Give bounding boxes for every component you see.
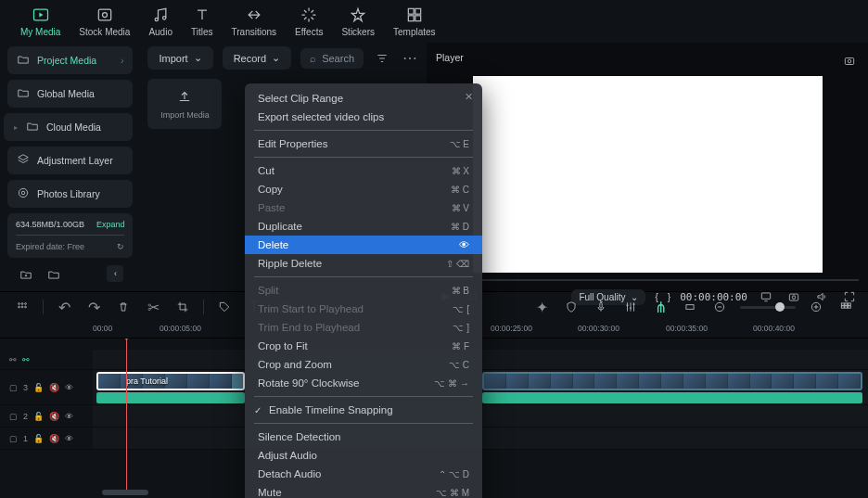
record-dropdown[interactable]: Record ⌄	[223, 46, 291, 70]
lock-icon[interactable]: 🔓	[33, 434, 44, 443]
import-media-tile[interactable]: Import Media	[147, 79, 222, 129]
search-input[interactable]: ⌕ Search	[300, 48, 364, 69]
menu-item-edit-properties[interactable]: Edit Properties⌥ E	[245, 134, 482, 153]
refresh-icon[interactable]: ↻	[117, 242, 124, 251]
text-icon	[193, 6, 211, 24]
split-icon[interactable]: ✂	[144, 298, 162, 316]
mute-icon[interactable]: 🔇	[49, 412, 59, 421]
playhead[interactable]	[126, 338, 127, 490]
tree-cloud-media[interactable]: ▸ Cloud Media	[4, 113, 133, 141]
menu-shortcut: ⌥ E	[450, 139, 469, 149]
link-icon[interactable]: ⚯	[9, 355, 17, 364]
chevron-down-icon: ⌄	[194, 52, 202, 64]
menu-shortcut: ⌥ ]	[453, 323, 469, 333]
tab-my-media[interactable]: My Media	[11, 6, 70, 37]
menu-item-label: Mute	[258, 487, 282, 498]
shield-icon[interactable]	[562, 298, 581, 316]
menu-item-mute[interactable]: Mute⌥ ⌘ M	[245, 483, 482, 498]
ruler-tick: 00:00:05:00	[160, 324, 201, 333]
menu-item-delete[interactable]: Delete👁	[245, 236, 482, 254]
tab-audio[interactable]: Audio	[139, 6, 182, 37]
tab-stock-media[interactable]: Stock Media	[70, 6, 139, 37]
menu-item-select-clip-range[interactable]: Select Clip Range	[245, 89, 482, 108]
eye-icon[interactable]: 👁	[65, 412, 73, 421]
more-icon[interactable]: ⋯	[401, 49, 419, 68]
marker-icon[interactable]: ✦	[532, 298, 551, 316]
player-panel: Player Full Quality ⌄ { } 00:00:00:00	[427, 43, 868, 291]
filter-icon[interactable]	[373, 49, 391, 68]
magnet-icon[interactable]: ⋔	[651, 298, 670, 316]
eye-icon[interactable]: 👁	[65, 434, 73, 443]
menu-item-export-selected-video-clips[interactable]: Export selected video clips	[245, 108, 482, 126]
tree-photos-library[interactable]: Photos Library	[7, 180, 133, 208]
mute-active-icon[interactable]: 🔇	[49, 434, 59, 443]
menu-item-duplicate[interactable]: Duplicate⌘ D	[245, 217, 482, 236]
delete-icon[interactable]	[114, 298, 133, 316]
lock-icon[interactable]: 🔓	[33, 412, 44, 421]
audio-clip-2[interactable]	[482, 392, 862, 403]
menu-item-silence-detection[interactable]: Silence Detection	[245, 428, 482, 446]
check-icon: ✓	[254, 405, 265, 415]
video-clip[interactable]: pra Tutorial	[96, 372, 245, 390]
linked-icon[interactable]: ⚯	[22, 355, 30, 364]
svg-point-20	[19, 306, 20, 308]
tree-label: Project Media	[37, 55, 96, 66]
ruler-tick: 00:00	[93, 324, 112, 333]
tree-project-media[interactable]: Project Media ›	[7, 46, 133, 74]
menu-item-crop-to-fit[interactable]: Crop to Fit⌘ F	[245, 337, 482, 355]
options-icon[interactable]	[13, 298, 32, 316]
undo-icon[interactable]: ↶	[55, 298, 73, 316]
tab-templates[interactable]: Templates	[384, 6, 445, 37]
svg-point-2	[102, 13, 107, 18]
new-bin-icon[interactable]	[45, 265, 63, 284]
tab-stickers[interactable]: Stickers	[332, 6, 384, 37]
close-menu-button[interactable]: ✕	[465, 91, 473, 103]
snapshot-settings-icon[interactable]	[840, 52, 859, 70]
toggle-icon[interactable]: ▢	[9, 383, 18, 392]
tree-global-media[interactable]: Global Media	[7, 80, 133, 108]
tree-adjustment-layer[interactable]: Adjustment Layer	[7, 147, 133, 174]
import-dropdown[interactable]: Import ⌄	[147, 46, 212, 70]
menu-item-rotate-90-clockwise[interactable]: Rotate 90° Clockwise⌥ ⌘ →	[245, 374, 482, 392]
mixer-icon[interactable]	[621, 298, 640, 316]
zoom-in-icon[interactable]	[807, 298, 825, 316]
menu-separator	[254, 130, 473, 131]
grid-view-icon[interactable]	[836, 298, 855, 316]
lock-icon[interactable]: 🔓	[33, 383, 44, 392]
menu-item-enable-timeline-snapping[interactable]: ✓Enable Timeline Snapping	[245, 401, 482, 419]
tab-effects[interactable]: Effects	[286, 6, 332, 37]
eye-icon[interactable]: 👁	[65, 383, 73, 392]
menu-item-detach-audio[interactable]: Detach Audio⌃ ⌥ D	[245, 465, 482, 483]
zoom-out-icon[interactable]	[710, 298, 729, 316]
menu-item-ripple-delete[interactable]: Ripple Delete⇧ ⌫	[245, 254, 482, 273]
menu-item-cut[interactable]: Cut⌘ X	[245, 161, 482, 180]
menu-item-adjust-audio[interactable]: Adjust Audio	[245, 446, 482, 465]
menu-item-copy[interactable]: Copy⌘ C	[245, 180, 482, 198]
tab-transitions[interactable]: Transitions	[223, 6, 287, 37]
menu-item-label: Trim End to Playhead	[258, 322, 360, 333]
new-folder-icon[interactable]	[17, 265, 35, 284]
mute-icon[interactable]: 🔇	[49, 383, 59, 392]
expand-storage-link[interactable]: Expand	[96, 220, 125, 229]
crop-icon[interactable]	[173, 298, 192, 316]
collapse-sidebar-button[interactable]: ‹	[107, 265, 123, 282]
tag-icon[interactable]	[215, 298, 234, 316]
mic-icon[interactable]	[592, 298, 610, 316]
insert-icon[interactable]	[681, 298, 699, 316]
redo-icon[interactable]: ↷	[84, 298, 103, 316]
toggle-icon[interactable]: ▢	[9, 412, 18, 421]
menu-item-split: Split⌘ B	[245, 281, 482, 300]
svg-rect-1	[98, 9, 110, 20]
svg-point-19	[25, 303, 27, 305]
menu-item-label: Split	[258, 285, 278, 296]
tab-titles[interactable]: Titles	[182, 6, 223, 37]
menu-item-crop-and-zoom[interactable]: Crop and Zoom⌥ C	[245, 355, 482, 374]
preview-canvas[interactable]	[473, 76, 823, 273]
zoom-slider[interactable]	[740, 306, 796, 309]
top-tabs: My Media Stock Media Audio Titles Transi…	[0, 0, 868, 43]
audio-clip[interactable]	[96, 392, 245, 403]
menu-item-label: Silence Detection	[258, 431, 341, 442]
toggle-icon[interactable]: ▢	[9, 434, 18, 443]
video-clip-2[interactable]	[482, 372, 862, 390]
menu-shortcut: ⇧ ⌫	[446, 259, 469, 269]
